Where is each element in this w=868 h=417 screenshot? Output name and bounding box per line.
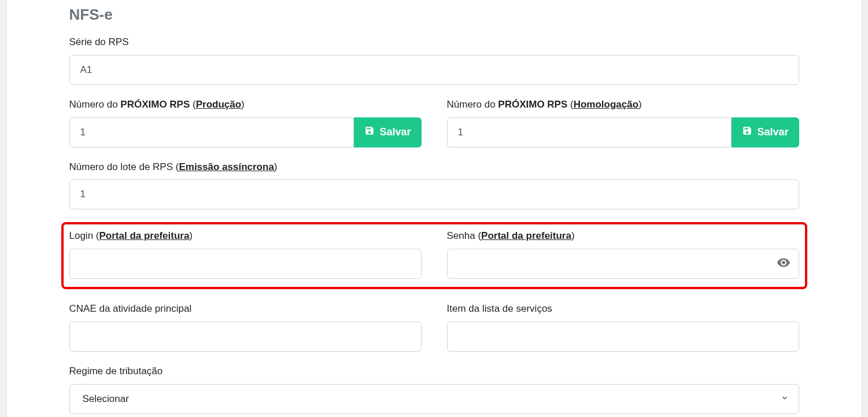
proximo-rps-producao-input[interactable] xyxy=(69,117,354,147)
label-proximo-rps-homolog: Número do PRÓXIMO RPS (Homologação) xyxy=(447,98,799,112)
label-proximo-rps-producao: Número do PRÓXIMO RPS (Produção) xyxy=(69,98,422,112)
item-lista-input[interactable] xyxy=(447,322,799,352)
highlight-login-senha: Login (Portal da prefeitura) Senha (Port… xyxy=(61,222,807,289)
lote-rps-input[interactable] xyxy=(69,179,799,209)
link-producao[interactable]: Produção xyxy=(196,99,241,110)
label-lote-rps: Número do lote de RPS (Emissão assíncron… xyxy=(69,160,799,174)
label-cnae: CNAE da atividade principal xyxy=(69,302,422,316)
serie-rps-input[interactable] xyxy=(69,55,799,85)
login-portal-input[interactable] xyxy=(69,249,422,279)
save-producao-button[interactable]: Salvar xyxy=(354,117,421,147)
proximo-rps-homolog-input[interactable] xyxy=(447,117,732,147)
section-title-nfse: NFS-e xyxy=(69,6,799,24)
save-icon xyxy=(364,126,375,139)
label-login-portal: Login (Portal da prefeitura) xyxy=(69,229,422,243)
link-portal-prefeitura-login[interactable]: Portal da prefeitura xyxy=(99,230,189,241)
save-homolog-button[interactable]: Salvar xyxy=(732,117,799,147)
regime-tributacao-select[interactable]: Selecionar xyxy=(69,384,799,414)
label-item-lista: Item da lista de serviços xyxy=(447,302,799,316)
link-portal-prefeitura-senha[interactable]: Portal da prefeitura xyxy=(481,230,571,241)
toggle-password-visibility-button[interactable] xyxy=(776,256,791,271)
save-icon xyxy=(742,126,752,139)
label-senha-portal: Senha (Portal da prefeitura) xyxy=(447,229,799,243)
label-serie-rps: Série do RPS xyxy=(69,35,799,49)
cnae-input[interactable] xyxy=(69,322,422,352)
label-regime-tributacao: Regime de tributação xyxy=(69,364,799,378)
eye-icon xyxy=(777,256,791,272)
link-homologacao[interactable]: Homologação xyxy=(574,99,638,110)
link-emissao-assincrona[interactable]: Emissão assíncrona xyxy=(179,161,274,172)
senha-portal-input[interactable] xyxy=(447,249,799,279)
